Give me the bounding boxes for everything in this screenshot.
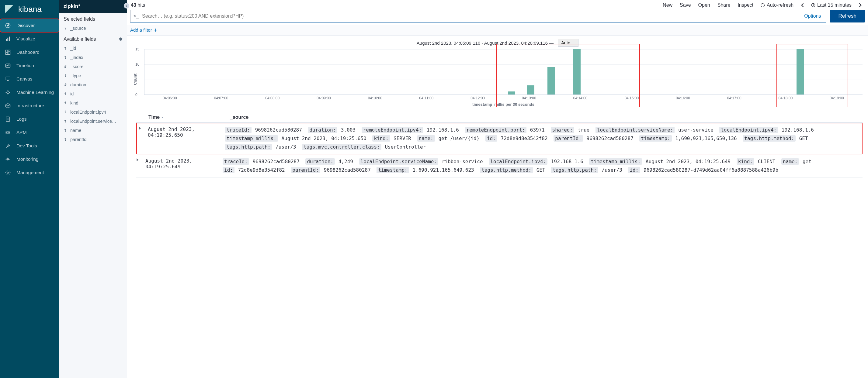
x-tick: 04:18:00 (779, 96, 793, 100)
new-button[interactable]: New (660, 1, 676, 9)
field--type[interactable]: t_type (59, 71, 127, 80)
histogram-bar[interactable] (508, 92, 515, 95)
histogram-header: August 2nd 2023, 04:05:09.116 - August 2… (127, 36, 868, 48)
field-duration[interactable]: #duration (59, 80, 127, 89)
field-type-icon: t (64, 101, 67, 105)
histogram-chart[interactable]: Count 051015 04:06:0004:07:0004:08:0004:… (127, 48, 868, 110)
index-pattern-selector[interactable]: zipkin* (59, 0, 127, 13)
field-id[interactable]: tid (59, 89, 127, 98)
y-tick: 10 (135, 62, 139, 67)
interval-select[interactable]: Auto (558, 39, 579, 47)
field-name[interactable]: tname (59, 126, 127, 135)
histogram-bar[interactable] (573, 49, 581, 95)
auto-refresh-button[interactable]: Auto-refresh (757, 1, 797, 9)
field-type-icon: t (64, 55, 67, 60)
y-tick: 15 (135, 47, 139, 51)
x-tick: 04:12:00 (470, 96, 485, 100)
plus-icon (154, 28, 158, 32)
share-button[interactable]: Share (714, 1, 734, 9)
field-type-icon: t (64, 128, 67, 133)
svg-rect-5 (8, 50, 10, 51)
field-type-icon: ? (64, 110, 67, 114)
svg-rect-2 (7, 38, 8, 41)
svg-rect-7 (6, 53, 8, 55)
x-tick: 04:16:00 (676, 96, 690, 100)
sort-desc-icon (161, 116, 164, 119)
visualize-icon (5, 36, 11, 42)
field--source[interactable]: ?_source (59, 24, 127, 33)
table-row: August 2nd 2023, 04:19:25.649traceId: 96… (136, 154, 863, 178)
svg-rect-4 (6, 50, 8, 52)
timepicker-button[interactable]: Last 15 minutes (808, 1, 855, 9)
field-parentId[interactable]: tparentId (59, 135, 127, 144)
devtools-icon (5, 143, 11, 149)
save-button[interactable]: Save (677, 1, 694, 9)
index-pattern-name: zipkin* (64, 3, 80, 9)
search-input[interactable] (142, 13, 802, 19)
table-row: August 2nd 2023, 04:19:25.650traceId: 96… (136, 123, 863, 154)
selected-fields-heading: Selected fields (59, 13, 127, 24)
field-type-icon: t (64, 92, 67, 96)
field--id[interactable]: t_id (59, 44, 127, 53)
histogram-bar[interactable] (548, 67, 555, 95)
doc-source: traceId: 9698262cad580287 duration: 4,24… (223, 158, 863, 174)
available-fields-heading: Available fields (64, 36, 96, 42)
field-type-icon: t (64, 73, 67, 78)
search-prompt-icon: >_ (133, 13, 139, 19)
nav-item-monitoring[interactable]: Monitoring (0, 152, 59, 166)
x-tick: 04:11:00 (420, 96, 434, 100)
kibana-logo-icon (4, 4, 14, 14)
expand-row-icon[interactable] (136, 158, 142, 162)
x-tick: 04:10:00 (368, 96, 382, 100)
svg-rect-1 (6, 39, 7, 41)
logs-icon (5, 116, 11, 122)
field-type-icon: t (64, 137, 67, 142)
field-localEndpoint-ipv4[interactable]: ?localEndpoint.ipv4 (59, 108, 127, 117)
refresh-button[interactable]: Refresh (830, 10, 865, 23)
field-kind[interactable]: tkind (59, 98, 127, 108)
kibana-brand[interactable]: kibana (0, 0, 59, 19)
search-box[interactable]: >_ Options (130, 10, 826, 23)
field--score[interactable]: #_score (59, 62, 127, 71)
inspect-button[interactable]: Inspect (735, 1, 756, 9)
field-type-icon: ? (64, 26, 67, 30)
doc-source: traceId: 9698262cad580287 duration: 3,00… (225, 126, 860, 151)
column-header-time[interactable]: Time (148, 114, 218, 120)
nav-item-visualize[interactable]: Visualize (0, 32, 59, 45)
y-tick: 0 (135, 93, 137, 97)
svg-rect-15 (7, 132, 9, 133)
search-options-link[interactable]: Options (802, 13, 823, 19)
nav-item-canvas[interactable]: Canvas (0, 72, 59, 86)
fields-settings-icon[interactable] (118, 37, 123, 41)
expand-row-icon[interactable] (139, 126, 145, 130)
histogram-bar[interactable] (527, 85, 534, 95)
fields-sidebar: zipkin* Selected fields ?_source Availab… (59, 0, 127, 378)
monitoring-icon (5, 156, 11, 162)
field--index[interactable]: t_index (59, 53, 127, 62)
nav-item-timelion[interactable]: Timelion (0, 59, 59, 72)
nav-item-discover[interactable]: Discover (0, 19, 59, 32)
x-tick: 04:09:00 (317, 96, 331, 100)
svg-point-0 (6, 24, 10, 28)
x-tick: 04:08:00 (265, 96, 279, 100)
timepicker-next-button[interactable] (856, 2, 865, 8)
column-header-source[interactable]: _source (230, 114, 248, 120)
add-filter-button[interactable]: Add a filter (130, 27, 158, 33)
collapse-sidebar-icon[interactable] (124, 3, 129, 8)
timepicker-prev-button[interactable] (798, 2, 807, 8)
nav-item-dashboard[interactable]: Dashboard (0, 45, 59, 59)
nav-item-infrastructure[interactable]: Infrastructure (0, 99, 59, 112)
nav-item-devtools[interactable]: Dev Tools (0, 139, 59, 152)
clock-icon (811, 3, 815, 7)
doc-timestamp: August 2nd 2023, 04:19:25.650 (148, 126, 222, 138)
time-range-text: August 2nd 2023, 04:05:09.116 - August 2… (417, 40, 554, 45)
apm-icon (5, 130, 11, 136)
nav-item-apm[interactable]: APM (0, 126, 59, 139)
nav-item-logs[interactable]: Logs (0, 112, 59, 126)
histogram-bar[interactable] (797, 49, 804, 95)
nav-item-management[interactable]: Management (0, 166, 59, 179)
nav-item-ml[interactable]: Machine Learning (0, 86, 59, 99)
open-button[interactable]: Open (695, 1, 713, 9)
field-localEndpoint-service-[interactable]: tlocalEndpoint.service… (59, 117, 127, 126)
filter-bar: Add a filter (127, 25, 868, 36)
